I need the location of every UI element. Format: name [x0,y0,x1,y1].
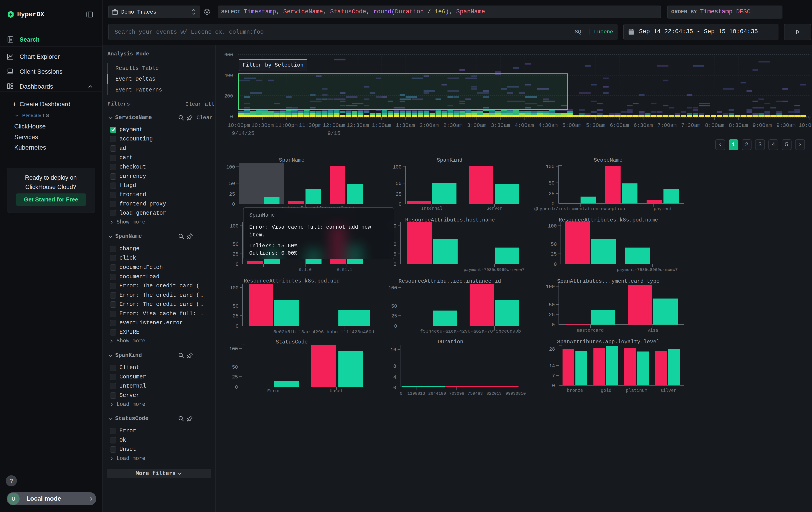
svg-text:payment-7985c8969c-mwmw7: payment-7985c8969c-mwmw7 [617,267,678,272]
svg-text:silver: silver [660,388,676,393]
svg-text:25: 25 [229,192,235,197]
svg-text:5:30am: 5:30am [586,123,605,129]
svg-text:100: 100 [388,286,397,291]
svg-text:1:30am: 1:30am [396,123,415,129]
svg-text:0: 0 [552,383,555,389]
svg-text:@hyperdx/instrumentation-excep: @hyperdx/instrumentation-exception [534,206,625,212]
svg-text:0: 0 [394,262,397,267]
svg-text:f5344ec9-a1ea-4290-a62a-78f5be: f5344ec9-a1ea-4290-a62a-78f5bee8d90b [420,329,521,334]
svg-text:1:00am: 1:00am [372,123,391,129]
svg-text:12:30am: 12:30am [347,123,369,129]
svg-text:platinum: platinum [626,388,647,393]
svg-text:7: 7 [552,373,555,379]
svg-text:4: 4 [393,375,396,380]
svg-text:11:00pm: 11:00pm [275,123,298,129]
svg-text:50: 50 [551,242,557,247]
svg-text:50: 50 [549,181,554,186]
svg-text:50: 50 [233,242,238,247]
svg-text:50: 50 [549,302,555,308]
svg-text:100: 100 [230,286,238,291]
svg-text:0: 0 [230,114,233,120]
svg-text:100: 100 [546,284,555,290]
svg-text:4:30am: 4:30am [539,123,558,129]
svg-text:9/15: 9/15 [327,131,340,136]
svg-text:703098: 703098 [449,391,464,396]
svg-text:5:00am: 5:00am [562,123,581,129]
svg-text:0: 0 [232,202,235,207]
svg-text:6:30am: 6:30am [634,123,653,129]
svg-text:SpanAttributes...yment.card_ty: SpanAttributes...yment.card_type [557,278,660,284]
svg-text:bronze: bronze [567,388,583,393]
svg-text:Duration: Duration [438,339,463,345]
svg-text:759483: 759483 [468,391,483,396]
svg-text:gold: gold [601,388,611,393]
svg-text:16: 16 [390,347,396,353]
svg-text:SpanKind: SpanKind [437,157,462,163]
svg-text:0: 0 [552,322,555,328]
svg-text:400: 400 [224,73,233,79]
svg-text:25: 25 [551,251,557,257]
svg-text:0: 0 [400,391,402,396]
svg-text:3:00am: 3:00am [467,123,486,129]
svg-text:50: 50 [229,181,235,187]
svg-text:100: 100 [229,346,238,352]
svg-text:0: 0 [235,385,238,390]
svg-text:9:00am: 9:00am [753,123,772,129]
svg-text:0: 0 [554,262,557,267]
svg-text:25: 25 [233,314,238,319]
svg-text:8:00am: 8:00am [705,123,724,129]
svg-text:600: 600 [224,52,233,58]
svg-text:100: 100 [393,164,402,170]
svg-text:0: 0 [393,385,396,391]
svg-text:1198813: 1198813 [407,391,425,396]
svg-text:7:30am: 7:30am [681,123,700,129]
svg-text:0: 0 [236,262,238,267]
svg-text:Internal: Internal [421,206,442,211]
svg-text:99930810: 99930810 [505,391,526,396]
svg-text:50: 50 [232,365,238,370]
svg-text:StatusCode: StatusCode [276,339,308,345]
svg-text:ScopeName: ScopeName [594,157,622,163]
svg-text:0: 0 [394,324,397,329]
svg-text:payment-7985c8969c-mwmw7: payment-7985c8969c-mwmw7 [464,267,524,272]
svg-text:50: 50 [391,304,397,309]
svg-text:payment: payment [654,206,672,212]
svg-text:200: 200 [224,93,233,99]
svg-text:10:00pm: 10:00pm [228,123,250,129]
svg-text:Server: Server [487,206,502,211]
svg-text:100: 100 [226,164,235,170]
svg-text:SpanName: SpanName [279,157,304,163]
svg-text:9/14/25: 9/14/25 [232,131,254,136]
svg-text:0.51.1: 0.51.1 [337,267,352,272]
svg-text:100: 100 [230,223,238,229]
svg-text:0.1.0: 0.1.0 [299,267,312,272]
svg-text:SpanAttributes.app.loyalty.lev: SpanAttributes.app.loyalty.level [557,339,660,345]
svg-text:25: 25 [396,192,402,197]
svg-text:7:00am: 7:00am [658,123,676,129]
svg-text:0: 0 [552,201,554,207]
svg-text:ResourceAttributes.host.name: ResourceAttributes.host.name [405,217,495,223]
svg-text:14: 14 [549,363,555,369]
svg-text:2944180: 2944180 [428,391,446,396]
svg-text:100: 100 [546,164,554,170]
svg-text:4:00am: 4:00am [515,123,534,129]
svg-text:5e02b5fb-13ae-4296-bbbc-111f42: 5e02b5fb-13ae-4296-bbbc-111f423c460d [273,329,374,334]
svg-text:50: 50 [233,304,238,309]
svg-text:6:00am: 6:00am [610,123,629,129]
svg-text:25: 25 [232,374,238,380]
svg-text:11:30pm: 11:30pm [299,123,321,129]
svg-text:ResourceAttributes.k8s.pod.uid: ResourceAttributes.k8s.pod.uid [244,278,340,284]
svg-text:0: 0 [399,202,402,207]
svg-text:0: 0 [236,324,238,329]
svg-text:822013: 822013 [487,391,502,396]
svg-text:25: 25 [233,251,238,257]
svg-text:mastercard: mastercard [577,328,604,333]
svg-text:25: 25 [549,312,555,318]
svg-text:3:30am: 3:30am [491,123,510,129]
svg-text:ResourceAttribu..ice.instance.: ResourceAttribu..ice.instance.id [399,278,501,284]
svg-text:Error: Error [267,388,281,394]
svg-text:visa: visa [647,328,658,333]
svg-text:8:30am: 8:30am [729,123,748,129]
svg-text:10:00am: 10:00am [799,123,812,129]
svg-text:2:30am: 2:30am [443,123,462,129]
